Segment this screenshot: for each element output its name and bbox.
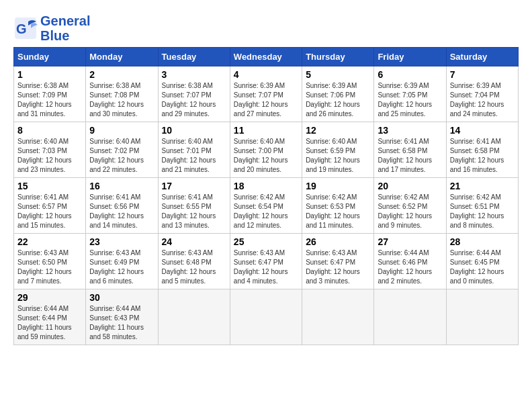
day-number: 9 [89, 125, 154, 136]
day-number: 24 [162, 236, 226, 247]
calendar-day-9: 9 Sunrise: 6:40 AMSunset: 7:02 PMDayligh… [86, 122, 158, 178]
header-row: Sunday Monday Tuesday Wednesday Thursday… [14, 48, 519, 66]
col-saturday: Saturday [446, 48, 518, 66]
day-info: Sunrise: 6:41 AMSunset: 6:58 PMDaylight:… [450, 137, 515, 175]
calendar-body: 1 Sunrise: 6:38 AMSunset: 7:09 PMDayligh… [14, 66, 519, 345]
day-info: Sunrise: 6:42 AMSunset: 6:54 PMDaylight:… [234, 193, 298, 230]
day-info: Sunrise: 6:39 AMSunset: 7:04 PMDaylight:… [450, 81, 515, 119]
calendar-day-27: 27 Sunrise: 6:44 AMSunset: 6:46 PMDaylig… [374, 234, 446, 289]
logo-text-blue: Blue [40, 28, 90, 43]
calendar-day-5: 5 Sunrise: 6:39 AMSunset: 7:06 PMDayligh… [302, 66, 374, 122]
col-thursday: Thursday [302, 48, 374, 66]
calendar-week-1: 1 Sunrise: 6:38 AMSunset: 7:09 PMDayligh… [14, 66, 519, 122]
calendar-day-7: 7 Sunrise: 6:39 AMSunset: 7:04 PMDayligh… [446, 66, 518, 122]
calendar-day-23: 23 Sunrise: 6:43 AMSunset: 6:49 PMDaylig… [86, 234, 158, 289]
calendar-week-5: 29 Sunrise: 6:44 AMSunset: 6:44 PMDaylig… [14, 289, 519, 345]
calendar-week-4: 22 Sunrise: 6:43 AMSunset: 6:50 PMDaylig… [14, 234, 519, 289]
day-number: 25 [234, 236, 298, 247]
col-wednesday: Wednesday [230, 48, 302, 66]
calendar-day-1: 1 Sunrise: 6:38 AMSunset: 7:09 PMDayligh… [14, 66, 86, 122]
calendar-day-25: 25 Sunrise: 6:43 AMSunset: 6:47 PMDaylig… [230, 234, 302, 289]
calendar-day-15: 15 Sunrise: 6:41 AMSunset: 6:57 PMDaylig… [14, 178, 86, 234]
empty-day [446, 289, 518, 345]
day-info: Sunrise: 6:42 AMSunset: 6:52 PMDaylight:… [378, 193, 442, 230]
day-info: Sunrise: 6:39 AMSunset: 7:06 PMDaylight:… [306, 81, 370, 119]
calendar-day-13: 13 Sunrise: 6:41 AMSunset: 6:58 PMDaylig… [374, 122, 446, 178]
day-info: Sunrise: 6:38 AMSunset: 7:09 PMDaylight:… [17, 81, 82, 119]
day-info: Sunrise: 6:42 AMSunset: 6:51 PMDaylight:… [450, 193, 515, 230]
day-info: Sunrise: 6:40 AMSunset: 7:01 PMDaylight:… [162, 137, 226, 175]
day-number: 13 [378, 125, 442, 136]
day-info: Sunrise: 6:38 AMSunset: 7:07 PMDaylight:… [162, 81, 226, 119]
calendar-day-20: 20 Sunrise: 6:42 AMSunset: 6:52 PMDaylig… [374, 178, 446, 234]
day-number: 11 [234, 125, 298, 136]
day-number: 17 [162, 181, 226, 191]
day-info: Sunrise: 6:41 AMSunset: 6:58 PMDaylight:… [378, 137, 442, 175]
calendar-day-6: 6 Sunrise: 6:39 AMSunset: 7:05 PMDayligh… [374, 66, 446, 122]
day-info: Sunrise: 6:44 AMSunset: 6:44 PMDaylight:… [17, 304, 82, 342]
day-number: 6 [378, 69, 442, 80]
logo-icon: G [13, 16, 38, 40]
day-number: 8 [17, 125, 82, 136]
day-info: Sunrise: 6:40 AMSunset: 6:59 PMDaylight:… [306, 137, 370, 175]
day-info: Sunrise: 6:39 AMSunset: 7:05 PMDaylight:… [378, 81, 442, 119]
calendar-day-22: 22 Sunrise: 6:43 AMSunset: 6:50 PMDaylig… [14, 234, 86, 289]
day-number: 18 [234, 181, 298, 191]
day-number: 3 [162, 69, 226, 80]
calendar-day-2: 2 Sunrise: 6:38 AMSunset: 7:08 PMDayligh… [86, 66, 158, 122]
day-info: Sunrise: 6:39 AMSunset: 7:07 PMDaylight:… [234, 81, 298, 119]
day-info: Sunrise: 6:44 AMSunset: 6:46 PMDaylight:… [378, 248, 442, 286]
empty-day [302, 289, 374, 345]
page: G General Blue Sunday Monday Tuesday [0, 0, 532, 352]
day-number: 2 [89, 69, 154, 80]
col-tuesday: Tuesday [158, 48, 230, 66]
calendar-table: Sunday Monday Tuesday Wednesday Thursday… [13, 47, 519, 345]
day-info: Sunrise: 6:43 AMSunset: 6:47 PMDaylight:… [234, 248, 298, 286]
day-number: 28 [450, 236, 515, 247]
day-info: Sunrise: 6:41 AMSunset: 6:56 PMDaylight:… [89, 193, 154, 230]
day-info: Sunrise: 6:38 AMSunset: 7:08 PMDaylight:… [89, 81, 154, 119]
calendar-day-16: 16 Sunrise: 6:41 AMSunset: 6:56 PMDaylig… [86, 178, 158, 234]
calendar-week-2: 8 Sunrise: 6:40 AMSunset: 7:03 PMDayligh… [14, 122, 519, 178]
day-number: 21 [450, 181, 515, 191]
empty-day [230, 289, 302, 345]
calendar-day-26: 26 Sunrise: 6:43 AMSunset: 6:47 PMDaylig… [302, 234, 374, 289]
col-monday: Monday [86, 48, 158, 66]
col-friday: Friday [374, 48, 446, 66]
day-number: 15 [17, 181, 82, 191]
empty-day [158, 289, 230, 345]
calendar-day-30: 30 Sunrise: 6:44 AMSunset: 6:43 PMDaylig… [86, 289, 158, 345]
day-info: Sunrise: 6:43 AMSunset: 6:50 PMDaylight:… [17, 248, 82, 286]
day-number: 27 [378, 236, 442, 247]
col-sunday: Sunday [14, 48, 86, 66]
day-info: Sunrise: 6:41 AMSunset: 6:55 PMDaylight:… [162, 193, 226, 230]
day-number: 20 [378, 181, 442, 191]
day-info: Sunrise: 6:44 AMSunset: 6:43 PMDaylight:… [89, 304, 154, 342]
empty-day [374, 289, 446, 345]
day-number: 26 [306, 236, 370, 247]
day-number: 7 [450, 69, 515, 80]
day-number: 19 [306, 181, 370, 191]
calendar-day-3: 3 Sunrise: 6:38 AMSunset: 7:07 PMDayligh… [158, 66, 230, 122]
day-number: 4 [234, 69, 298, 80]
calendar-day-17: 17 Sunrise: 6:41 AMSunset: 6:55 PMDaylig… [158, 178, 230, 234]
day-number: 29 [17, 292, 82, 303]
calendar-day-8: 8 Sunrise: 6:40 AMSunset: 7:03 PMDayligh… [14, 122, 86, 178]
day-info: Sunrise: 6:40 AMSunset: 7:03 PMDaylight:… [17, 137, 82, 175]
day-info: Sunrise: 6:41 AMSunset: 6:57 PMDaylight:… [17, 193, 82, 230]
day-info: Sunrise: 6:40 AMSunset: 7:02 PMDaylight:… [89, 137, 154, 175]
calendar-day-14: 14 Sunrise: 6:41 AMSunset: 6:58 PMDaylig… [446, 122, 518, 178]
logo: G General Blue [13, 13, 90, 43]
day-number: 30 [89, 292, 154, 303]
day-number: 10 [162, 125, 226, 136]
logo-text: General [40, 13, 90, 28]
day-number: 23 [89, 236, 154, 247]
day-info: Sunrise: 6:43 AMSunset: 6:47 PMDaylight:… [306, 248, 370, 286]
day-info: Sunrise: 6:44 AMSunset: 6:45 PMDaylight:… [450, 248, 515, 286]
calendar-day-12: 12 Sunrise: 6:40 AMSunset: 6:59 PMDaylig… [302, 122, 374, 178]
calendar-day-19: 19 Sunrise: 6:42 AMSunset: 6:53 PMDaylig… [302, 178, 374, 234]
calendar-day-18: 18 Sunrise: 6:42 AMSunset: 6:54 PMDaylig… [230, 178, 302, 234]
day-number: 1 [17, 69, 82, 80]
day-info: Sunrise: 6:40 AMSunset: 7:00 PMDaylight:… [234, 137, 298, 175]
calendar-day-29: 29 Sunrise: 6:44 AMSunset: 6:44 PMDaylig… [14, 289, 86, 345]
